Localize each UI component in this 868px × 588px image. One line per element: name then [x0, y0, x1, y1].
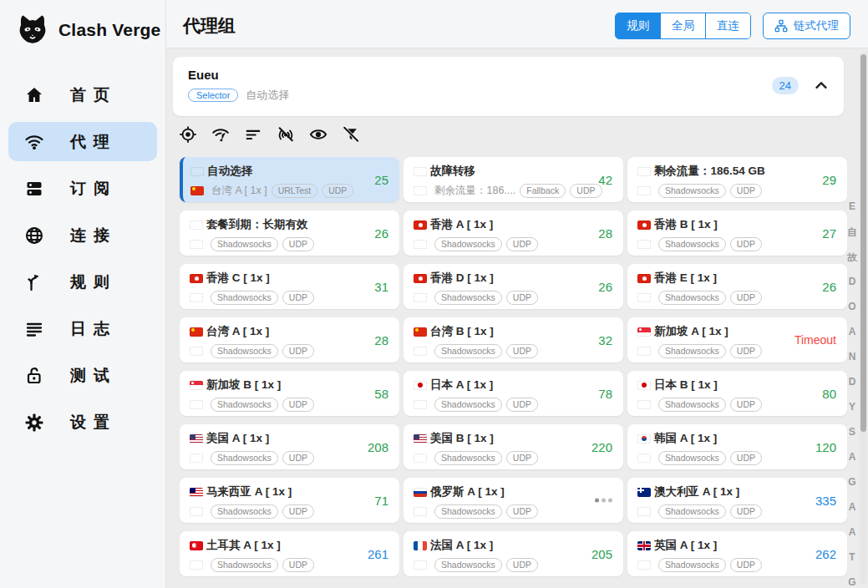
latency-value: 80 [822, 387, 836, 401]
mode-button-直连[interactable]: 直连 [706, 13, 750, 38]
proxy-card[interactable]: 法国 A [ 1x ] ShadowsocksUDP 205 [404, 531, 623, 576]
sitemap-icon [774, 19, 788, 33]
tethering-off-icon[interactable] [276, 125, 296, 145]
scroll-index-letter[interactable]: Y [845, 401, 859, 413]
proxy-card[interactable]: 台湾 B [ 1x ] ShadowsocksUDP 32 [404, 317, 623, 362]
scrollbar-track[interactable] [860, 52, 867, 585]
mode-button-规则[interactable]: 规则 [616, 13, 661, 38]
protocol-chip: Shadowsocks [658, 451, 726, 465]
latency-value: 208 [368, 440, 388, 454]
proxy-card[interactable]: 韩国 A [ 1x ] ShadowsocksUDP 120 [627, 424, 847, 469]
proxy-card[interactable]: 香港 E [ 1x ] ShadowsocksUDP 26 [627, 264, 847, 309]
proxy-card[interactable]: 香港 C [ 1x ] ShadowsocksUDP 31 [180, 264, 399, 309]
protocol-chip: UDP [506, 504, 538, 519]
proxy-card[interactable]: 自动选择 台湾 A [ 1x ] URLTestUDP 25 [180, 157, 399, 202]
proxy-title-text: 故障转移 [430, 164, 475, 179]
proxy-card[interactable]: 香港 A [ 1x ] ShadowsocksUDP 28 [404, 210, 623, 256]
sidebar-item-1[interactable]: 代理 [8, 122, 157, 161]
protocol-chip: Shadowsocks [658, 558, 726, 572]
proxy-card[interactable]: 美国 B [ 1x ] ShadowsocksUDP 220 [404, 424, 623, 469]
proxy-card[interactable]: 新加坡 A [ 1x ] ShadowsocksUDP Timeout [627, 317, 847, 362]
country-flag-icon [414, 186, 427, 195]
proxy-card[interactable]: 土耳其 A [ 1x ] ShadowsocksUDP 261 [180, 531, 399, 576]
sidebar-item-2[interactable]: 订阅 [8, 169, 157, 208]
proxy-card[interactable]: 香港 B [ 1x ] ShadowsocksUDP 27 [627, 210, 847, 256]
proxy-title-text: 香港 B [ 1x ] [654, 217, 718, 232]
mode-button-全局[interactable]: 全局 [661, 13, 706, 38]
scroll-index-letter[interactable]: A [845, 326, 859, 337]
proxy-title-text: 法国 A [ 1x ] [430, 538, 493, 553]
proxy-card[interactable]: 新加坡 B [ 1x ] ShadowsocksUDP 58 [180, 371, 399, 416]
network-check-icon[interactable] [211, 125, 231, 145]
scroll-index-letter[interactable]: D [845, 376, 859, 388]
scroll-index-letter[interactable]: G [845, 576, 859, 588]
proxy-card[interactable]: 套餐到期：长期有效 ShadowsocksUDP 26 [180, 210, 399, 256]
proxy-meta: ShadowsocksUDP [190, 504, 389, 519]
scroll-index-letter[interactable]: T [845, 551, 859, 563]
scroll-index-letter[interactable]: E [845, 200, 859, 212]
scrollbar-thumb[interactable] [860, 54, 866, 432]
proxy-group-header[interactable]: Eueu Selector 自动选择 24 [173, 57, 844, 116]
proxy-card[interactable]: 台湾 A [ 1x ] ShadowsocksUDP 28 [180, 317, 399, 362]
proxy-title: 新加坡 B [ 1x ] [190, 378, 389, 393]
proxy-title: 美国 B [ 1x ] [414, 431, 613, 446]
scroll-index-letter[interactable]: D [845, 276, 859, 287]
scroll-index-letter[interactable]: G [845, 476, 859, 488]
sidebar-item-3[interactable]: 连接 [8, 215, 157, 255]
proxy-title: 香港 E [ 1x ] [637, 271, 837, 286]
page-header: 代理组 规则全局直连 链式代理 [166, 0, 868, 48]
proxy-card[interactable]: 美国 A [ 1x ] ShadowsocksUDP 208 [180, 424, 399, 469]
proxy-card[interactable]: 故障转移 剩余流量：186.... FallbackUDP 42 [404, 157, 623, 202]
sidebar-item-7[interactable]: 设置 [8, 403, 157, 442]
proxy-title-text: 新加坡 B [ 1x ] [206, 378, 281, 393]
latency-value: 28 [374, 333, 388, 347]
proxy-meta: ShadowsocksUDP [190, 237, 389, 251]
scroll-index-letter[interactable]: O [845, 301, 859, 312]
proxy-card[interactable]: 剩余流量：186.54 GB ShadowsocksUDP 29 [627, 157, 847, 202]
proxy-title-text: 美国 A [ 1x ] [206, 431, 269, 446]
filter-off-icon[interactable] [341, 125, 361, 145]
proxy-card[interactable]: 英国 A [ 1x ] ShadowsocksUDP 262 [627, 531, 847, 576]
proxy-meta: ShadowsocksUDP [637, 558, 837, 572]
sidebar-item-4[interactable]: 规则 [8, 262, 157, 302]
country-flag-icon [414, 293, 427, 302]
scroll-index-letter[interactable]: 故 [845, 251, 859, 265]
country-flag-icon [190, 293, 203, 302]
protocol-chip: UDP [282, 237, 314, 251]
proxy-card[interactable]: 马来西亚 A [ 1x ] ShadowsocksUDP 71 [180, 478, 399, 523]
country-flag-icon [637, 293, 651, 302]
sidebar-item-0[interactable]: 首页 [8, 75, 157, 114]
protocol-chip: Shadowsocks [211, 451, 278, 465]
latency-value: 262 [815, 547, 836, 561]
sidebar-item-6[interactable]: 测试 [8, 356, 157, 395]
chain-proxy-button[interactable]: 链式代理 [763, 13, 850, 39]
scroll-index-letter[interactable]: 自 [845, 226, 859, 240]
protocol-chip: UDP [570, 184, 602, 198]
latency-value: 29 [822, 173, 836, 187]
scroll-index-letter[interactable]: A [845, 526, 859, 538]
group-current-proxy: 自动选择 [246, 88, 289, 103]
latency-value: 26 [598, 280, 612, 294]
country-flag-icon [190, 167, 204, 176]
country-flag-icon [637, 167, 651, 176]
protocol-chip: UDP [506, 291, 538, 305]
proxy-card[interactable]: 澳大利亚 A [ 1x ] ShadowsocksUDP 335 [627, 478, 847, 523]
chevron-up-icon[interactable] [812, 77, 830, 95]
sort-icon[interactable] [243, 125, 263, 145]
sidebar-item-5[interactable]: 日志 [8, 309, 157, 348]
proxy-card[interactable]: 俄罗斯 A [ 1x ] ShadowsocksUDP [404, 478, 623, 523]
country-flag-icon [637, 507, 651, 516]
protocol-chip: Shadowsocks [434, 237, 502, 251]
latency-value: 205 [591, 547, 612, 561]
locate-icon[interactable] [178, 125, 198, 145]
scroll-index-letter[interactable]: A [845, 451, 859, 463]
proxy-card[interactable]: 香港 D [ 1x ] ShadowsocksUDP 26 [404, 264, 623, 309]
country-flag-icon [414, 240, 427, 249]
proxy-card[interactable]: 日本 A [ 1x ] ShadowsocksUDP 78 [404, 371, 623, 416]
eye-icon[interactable] [308, 125, 328, 145]
scroll-index-letter[interactable]: N [845, 351, 859, 362]
header-actions: 规则全局直连 链式代理 [615, 13, 850, 39]
scroll-index-letter[interactable]: S [845, 426, 859, 438]
proxy-card[interactable]: 日本 B [ 1x ] ShadowsocksUDP 80 [627, 371, 847, 416]
scroll-index-letter[interactable]: A [845, 501, 859, 513]
